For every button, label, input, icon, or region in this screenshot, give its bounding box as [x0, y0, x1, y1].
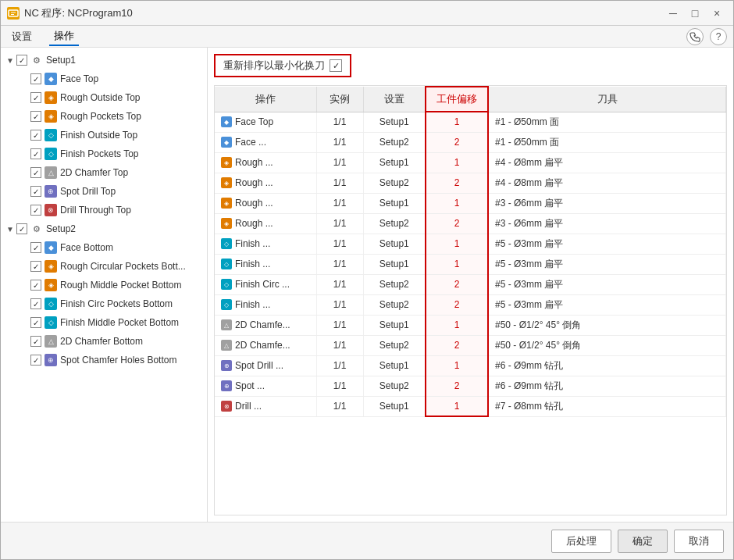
maximize-button[interactable]: □ [685, 5, 705, 22]
checkbox-rough-middle[interactable] [30, 280, 41, 291]
ok-button[interactable]: 确定 [618, 530, 668, 553]
cell-instance: 1/1 [316, 335, 363, 355]
checkbox-rough-pockets[interactable] [30, 111, 41, 122]
cell-tool: #5 - Ø3mm 扁平 [488, 294, 726, 315]
cancel-button[interactable]: 取消 [674, 530, 724, 553]
cell-offset: 1 [426, 112, 488, 132]
table-row[interactable]: △2D Chamfe...1/1Setup11#50 - Ø1/2° 45° 倒… [215, 315, 726, 335]
svg-rect-0 [9, 10, 18, 16]
footer: 后处理 确定 取消 [1, 522, 733, 559]
cell-operation: ◆Face ... [215, 132, 316, 152]
cell-instance: 1/1 [316, 294, 363, 315]
table-row[interactable]: ◇Finish ...1/1Setup22#5 - Ø3mm 扁平 [215, 294, 726, 315]
cell-offset: 2 [426, 376, 488, 396]
sidebar-tree: ▼ ⚙ Setup1 ◆ Face Top ◈ Rough Outside To… [1, 48, 208, 522]
tree-setup2[interactable]: ▼ ⚙ Setup2 [1, 219, 207, 238]
checkbox-spot-chamfer[interactable] [30, 355, 41, 366]
tree-drill-through-top[interactable]: ⊗ Drill Through Top [1, 201, 207, 219]
tree-rough-outside-top[interactable]: ◈ Rough Outside Top [1, 88, 207, 107]
tree-spot-chamfer-holes[interactable]: ⊕ Spot Chamfer Holes Bottom [1, 351, 207, 369]
help-question-button[interactable]: ? [710, 28, 727, 45]
table-row[interactable]: △2D Chamfe...1/1Setup22#50 - Ø1/2° 45° 倒… [215, 335, 726, 355]
rough-outside-icon: ◈ [45, 91, 57, 104]
cell-operation: △2D Chamfe... [215, 335, 316, 355]
checkbox-chamfer-bottom[interactable] [30, 336, 41, 347]
tree-rough-circ-pockets[interactable]: ◈ Rough Circular Pockets Bott... [1, 257, 207, 276]
header-offset: 工件偏移 [426, 87, 488, 112]
face-top-label: Face Top [60, 73, 98, 84]
tree-rough-middle-pocket[interactable]: ◈ Rough Middle Pocket Bottom [1, 276, 207, 294]
table-row[interactable]: ◇Finish ...1/1Setup11#5 - Ø3mm 扁平 [215, 234, 726, 254]
checkbox-face-top[interactable] [30, 73, 41, 84]
table-row[interactable]: ◇Finish Circ ...1/1Setup22#5 - Ø3mm 扁平 [215, 274, 726, 294]
cell-offset: 1 [426, 355, 488, 376]
reorder-checkbox[interactable]: ✓ [330, 59, 342, 72]
postprocess-button[interactable]: 后处理 [551, 530, 611, 553]
tree-2d-chamfer-top[interactable]: △ 2D Chamfer Top [1, 163, 207, 182]
checkbox-finish-circ[interactable] [30, 298, 41, 309]
tree-finish-middle-pocket[interactable]: ◇ Finish Middle Pocket Bottom [1, 313, 207, 332]
reorder-checkbox-container: 重新排序以最小化换刀 ✓ [214, 54, 351, 77]
checkbox-face-bottom[interactable] [30, 242, 41, 253]
table-row[interactable]: ⊕Spot Drill ...1/1Setup11#6 - Ø9mm 钻孔 [215, 355, 726, 376]
cell-tool: #5 - Ø3mm 扁平 [488, 234, 726, 254]
cell-offset: 1 [426, 396, 488, 416]
table-row[interactable]: ◈Rough ...1/1Setup11#4 - Ø8mm 扁平 [215, 152, 726, 173]
cell-tool: #3 - Ø6mm 扁平 [488, 193, 726, 213]
rough-outside-label: Rough Outside Top [60, 92, 141, 103]
checkbox-rough-circ[interactable] [30, 261, 41, 272]
cell-offset: 2 [426, 294, 488, 315]
tree-rough-pockets-top[interactable]: ◈ Rough Pockets Top [1, 107, 207, 126]
checkbox-setup1[interactable] [16, 55, 27, 66]
checkbox-2d-chamfer[interactable] [30, 167, 41, 178]
help-phone-button[interactable] [686, 28, 704, 45]
cell-offset: 1 [426, 234, 488, 254]
tree-face-top[interactable]: ◆ Face Top [1, 70, 207, 88]
cell-operation: ◈Rough ... [215, 193, 316, 213]
tree-finish-outside-top[interactable]: ◇ Finish Outside Top [1, 126, 207, 144]
table-row[interactable]: ⊗Drill ...1/1Setup11#7 - Ø8mm 钻孔 [215, 396, 726, 416]
tree-spot-drill-top[interactable]: ⊕ Spot Drill Top [1, 182, 207, 201]
table-row[interactable]: ◆Face Top1/1Setup11#1 - Ø50mm 面 [215, 112, 726, 132]
minimize-button[interactable]: ─ [663, 5, 683, 22]
close-button[interactable]: × [707, 5, 727, 22]
checkbox-finish-middle[interactable] [30, 317, 41, 328]
checkbox-spot-drill[interactable] [30, 186, 41, 197]
cell-setup: Setup2 [363, 173, 426, 193]
table-row[interactable]: ◈Rough ...1/1Setup22#3 - Ø6mm 扁平 [215, 213, 726, 234]
menu-operations[interactable]: 操作 [49, 27, 79, 46]
cell-tool: #4 - Ø8mm 扁平 [488, 173, 726, 193]
tree-finish-pockets-top[interactable]: ◇ Finish Pockets Top [1, 144, 207, 163]
checkbox-finish-outside[interactable] [30, 130, 41, 141]
finish-middle-icon: ◇ [45, 316, 57, 329]
reorder-label: 重新排序以最小化换刀 [223, 59, 325, 73]
cell-offset: 1 [426, 193, 488, 213]
table-row[interactable]: ◈Rough ...1/1Setup22#4 - Ø8mm 扁平 [215, 173, 726, 193]
tree-finish-circ-pockets[interactable]: ◇ Finish Circ Pockets Bottom [1, 294, 207, 313]
table-row[interactable]: ⊕Spot ...1/1Setup22#6 - Ø9mm 钻孔 [215, 376, 726, 396]
setup1-label: Setup1 [46, 55, 76, 66]
table-row[interactable]: ◇Finish ...1/1Setup11#5 - Ø3mm 扁平 [215, 254, 726, 274]
tree-face-bottom[interactable]: ◆ Face Bottom [1, 238, 207, 257]
table-row[interactable]: ◆Face ...1/1Setup22#1 - Ø50mm 面 [215, 132, 726, 152]
checkbox-finish-pockets[interactable] [30, 148, 41, 159]
header-operation: 操作 [215, 87, 316, 112]
app-icon [7, 7, 20, 20]
checkbox-rough-outside[interactable] [30, 92, 41, 103]
cell-setup: Setup1 [363, 315, 426, 335]
menu-settings[interactable]: 设置 [7, 28, 37, 45]
checkbox-setup2[interactable] [16, 223, 27, 234]
cell-tool: #1 - Ø50mm 面 [488, 112, 726, 132]
finish-outside-icon: ◇ [45, 129, 57, 141]
table-row[interactable]: ◈Rough ...1/1Setup11#3 - Ø6mm 扁平 [215, 193, 726, 213]
setup1-icon: ⚙ [30, 54, 43, 66]
checkbox-drill-through[interactable] [30, 205, 41, 216]
operations-table: 操作 实例 设置 工件偏移 刀具 ◆Face Top1/1Setup11#1 -… [215, 86, 726, 417]
cell-operation: △2D Chamfe... [215, 315, 316, 335]
tree-2d-chamfer-bottom[interactable]: △ 2D Chamfer Bottom [1, 332, 207, 351]
tree-setup1[interactable]: ▼ ⚙ Setup1 [1, 51, 207, 70]
cell-operation: ⊗Drill ... [215, 396, 316, 416]
cell-instance: 1/1 [316, 193, 363, 213]
cell-instance: 1/1 [316, 152, 363, 173]
cell-tool: #5 - Ø3mm 扁平 [488, 254, 726, 274]
